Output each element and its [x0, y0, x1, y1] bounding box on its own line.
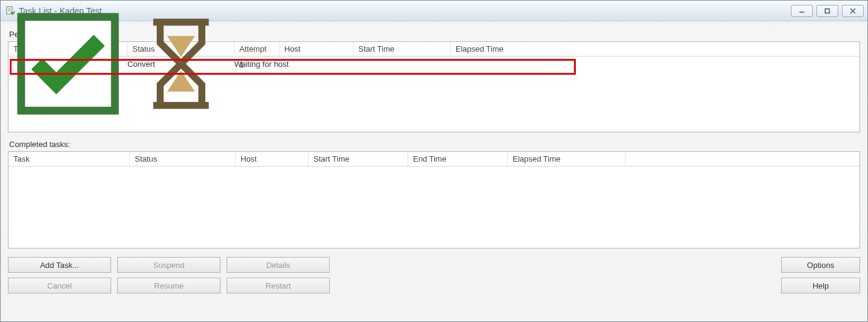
- maximize-button[interactable]: [816, 5, 838, 17]
- col2-host[interactable]: Host: [236, 152, 309, 166]
- details-button[interactable]: Details: [227, 257, 330, 273]
- resume-button[interactable]: Resume: [117, 278, 220, 293]
- window-controls: [791, 5, 864, 17]
- col2-status[interactable]: Status: [130, 152, 236, 166]
- svg-rect-2: [825, 9, 830, 13]
- help-button[interactable]: Help: [781, 278, 860, 293]
- col2-start-time[interactable]: Start Time: [309, 152, 408, 166]
- task-host: [279, 63, 354, 66]
- cancel-button[interactable]: Cancel: [8, 278, 111, 293]
- add-task-button[interactable]: Add Task...: [8, 257, 111, 273]
- task-attempt: 1: [234, 59, 279, 70]
- restart-button[interactable]: Restart: [227, 278, 330, 293]
- task-item-icon: [13, 111, 125, 120]
- close-button[interactable]: [842, 5, 864, 17]
- completed-tasks-label: Completed tasks:: [9, 140, 860, 149]
- minimize-button[interactable]: [791, 5, 813, 17]
- col2-elapsed-time[interactable]: Elapsed Time: [508, 152, 626, 166]
- pending-tasks-grid[interactable]: Task Status Attempt Host Start Time Elap…: [8, 41, 860, 132]
- options-button[interactable]: Options: [781, 257, 860, 273]
- left-button-group: Add Task... Suspend Details Cancel Resum…: [8, 257, 330, 293]
- col-start-time[interactable]: Start Time: [354, 42, 451, 56]
- completed-header-row: Task Status Host Start Time End Time Ela…: [9, 152, 859, 166]
- completed-tasks-grid[interactable]: Task Status Host Start Time End Time Ela…: [8, 151, 860, 248]
- col2-task[interactable]: Task: [9, 152, 130, 166]
- hourglass-icon: [132, 105, 232, 114]
- button-bar: Add Task... Suspend Details Cancel Resum…: [8, 257, 860, 293]
- right-button-group: Options Help: [781, 257, 860, 293]
- col2-spacer: [626, 152, 859, 166]
- suspend-button[interactable]: Suspend: [117, 257, 220, 273]
- task-elapsed-time: [451, 63, 859, 66]
- col-host[interactable]: Host: [279, 42, 354, 56]
- task-start-time: [354, 63, 451, 66]
- col2-end-time[interactable]: End Time: [408, 152, 508, 166]
- col-attempt[interactable]: Attempt: [234, 42, 279, 56]
- content-area: Pending tasks: Task Status Attempt Host …: [1, 21, 867, 321]
- table-row[interactable]: Convert Waiting for host 1: [9, 58, 859, 71]
- task-list-window: Task List - Kaden Test Pending tasks: Ta…: [0, 0, 868, 322]
- col-elapsed-time[interactable]: Elapsed Time: [451, 42, 859, 56]
